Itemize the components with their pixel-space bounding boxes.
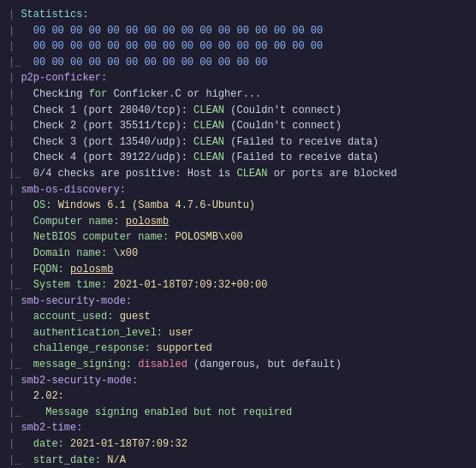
terminal-output: | Statistics: | 00 00 00 00 00 00 00 00 … [9, 7, 467, 468]
line-smb-challenge: | challenge_response: supported [9, 341, 467, 357]
line-smb-account: | account_used: guest [9, 309, 467, 325]
line-smb2-msg: |_ Message signing enabled but not requi… [9, 405, 467, 421]
line-smb2-time-header: | smb2-time: [9, 420, 467, 436]
line-hex2: | 00 00 00 00 00 00 00 00 00 00 00 00 00… [9, 39, 467, 55]
line-smb-netbios: | NetBIOS computer name: POLOSMB\x00 [9, 229, 467, 246]
line-check1: | Check 1 (port 28040/tcp): CLEAN (Could… [9, 103, 467, 119]
line-smb-os: | OS: Windows 6.1 (Samba 4.7.6-Ubuntu) [9, 198, 467, 214]
line-smb-computer: | Computer name: polosmb [9, 214, 467, 230]
line-smb-signing: |_ message_signing: disabled (dangerous,… [9, 357, 467, 373]
line-smb-authlevel: | authentication_level: user [9, 325, 467, 341]
line-smb2-date: | date: 2021-01-18T07:09:32 [9, 436, 467, 453]
line-smb2-startdate: |_ start_date: N/A [9, 453, 467, 468]
line-p2p-checking: | Checking for Conficker.C or higher... [9, 86, 467, 103]
line-p2p-result: |_ 0/4 checks are positive: Host is CLEA… [9, 166, 467, 182]
line-check4: | Check 4 (port 39122/udp): CLEAN (Faile… [9, 150, 467, 166]
line-smb-domain: | Domain name: \x00 [9, 246, 467, 262]
line-smb2-sec-header: | smb2-security-mode: [9, 373, 467, 389]
line-check2: | Check 2 (port 35511/tcp): CLEAN (Could… [9, 118, 467, 134]
line-check3: | Check 3 (port 13540/udp): CLEAN (Faile… [9, 134, 467, 151]
line-p2p-header: | p2p-conficker: [9, 70, 467, 86]
line-smb-sec-header: | smb-security-mode: [9, 293, 467, 310]
line-hex1: | 00 00 00 00 00 00 00 00 00 00 00 00 00… [9, 23, 467, 39]
line-smb2-version: | 2.02: [9, 388, 467, 405]
line-hex3: |_ 00 00 00 00 00 00 00 00 00 00 00 00 0… [9, 55, 467, 71]
line-stats-header: | Statistics: [9, 7, 467, 23]
line-smb-fqdn: | FQDN: polosmb [9, 262, 467, 278]
line-smb-os-header: | smb-os-discovery: [9, 182, 467, 198]
line-smb-systime: |_ System time: 2021-01-18T07:09:32+00:0… [9, 277, 467, 293]
